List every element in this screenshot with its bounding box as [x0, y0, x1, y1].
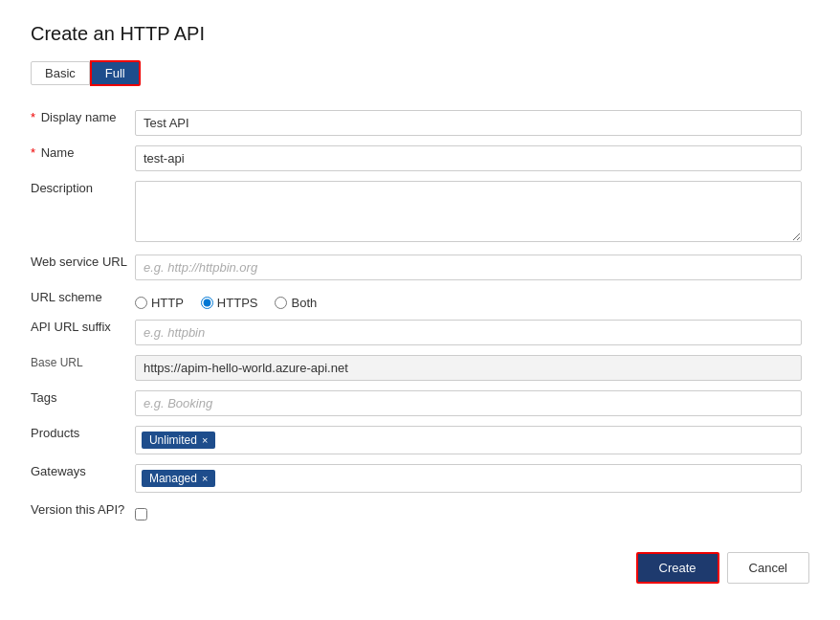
web-service-url-row: Web service URL	[31, 250, 809, 285]
gateway-chip-managed-label: Managed	[149, 472, 197, 485]
url-scheme-both-radio[interactable]	[275, 297, 287, 309]
gateway-chip-managed-remove[interactable]: ×	[202, 474, 208, 484]
display-name-row: * Display name	[31, 105, 809, 141]
base-url-row: Base URL https://apim-hello-world.azure-…	[31, 350, 809, 386]
url-scheme-label: URL scheme	[31, 290, 102, 304]
url-scheme-both-option[interactable]: Both	[275, 296, 317, 310]
version-api-checkbox-row	[135, 502, 802, 520]
version-api-row: Version this API?	[31, 498, 809, 525]
gateways-row: Gateways Managed ×	[31, 459, 809, 498]
url-scheme-https-option[interactable]: HTTPS	[201, 296, 258, 310]
required-star-name: *	[31, 145, 35, 160]
tags-row: Tags	[31, 386, 809, 421]
description-row: Description	[31, 176, 809, 250]
gateways-input[interactable]: Managed ×	[135, 464, 802, 493]
web-service-url-input[interactable]	[135, 255, 802, 280]
mode-toggle: Basic Full	[31, 60, 809, 86]
web-service-url-label: Web service URL	[31, 255, 127, 269]
products-label: Products	[31, 426, 79, 440]
url-scheme-http-radio[interactable]	[135, 297, 147, 309]
page-title: Create an HTTP API	[31, 23, 809, 45]
cancel-button[interactable]: Cancel	[727, 552, 809, 584]
product-chip-unlimited-remove[interactable]: ×	[202, 435, 208, 446]
api-url-suffix-row: API URL suffix	[31, 315, 809, 350]
full-mode-button[interactable]: Full	[90, 60, 141, 86]
tags-label: Tags	[31, 390, 56, 405]
url-scheme-https-radio[interactable]	[201, 297, 213, 309]
api-url-suffix-input[interactable]	[135, 320, 802, 345]
url-scheme-row: URL scheme HTTP HTTPS Both	[31, 285, 809, 315]
url-scheme-https-label: HTTPS	[217, 296, 258, 310]
products-row: Products Unlimited ×	[31, 421, 809, 459]
version-api-label: Version this API?	[31, 502, 124, 517]
base-url-value: https://apim-hello-world.azure-api.net	[135, 355, 802, 381]
name-input[interactable]	[135, 145, 802, 171]
api-url-suffix-label: API URL suffix	[31, 320, 111, 334]
tags-input[interactable]	[135, 390, 802, 416]
gateway-chip-managed: Managed ×	[142, 470, 215, 487]
description-input[interactable]	[135, 181, 802, 242]
name-row: * Name	[31, 141, 809, 176]
description-label: Description	[31, 181, 93, 195]
display-name-label: Display name	[41, 110, 117, 124]
create-api-form: * Display name * Name Description	[31, 105, 809, 525]
product-chip-unlimited: Unlimited ×	[142, 432, 215, 449]
create-button[interactable]: Create	[636, 552, 719, 584]
display-name-input[interactable]	[135, 110, 802, 136]
gateways-label: Gateways	[31, 464, 86, 478]
url-scheme-both-label: Both	[291, 296, 317, 310]
url-scheme-radio-group: HTTP HTTPS Both	[135, 290, 802, 310]
required-star: *	[31, 110, 35, 124]
name-label: Name	[41, 145, 75, 160]
url-scheme-http-option[interactable]: HTTP	[135, 296, 184, 310]
base-url-label: Base URL	[31, 356, 83, 369]
products-input[interactable]: Unlimited ×	[135, 426, 802, 454]
bottom-buttons: Create Cancel	[31, 552, 809, 584]
version-api-checkbox[interactable]	[135, 508, 147, 520]
product-chip-unlimited-label: Unlimited	[149, 433, 197, 447]
url-scheme-http-label: HTTP	[151, 296, 184, 310]
basic-mode-button[interactable]: Basic	[31, 61, 90, 85]
